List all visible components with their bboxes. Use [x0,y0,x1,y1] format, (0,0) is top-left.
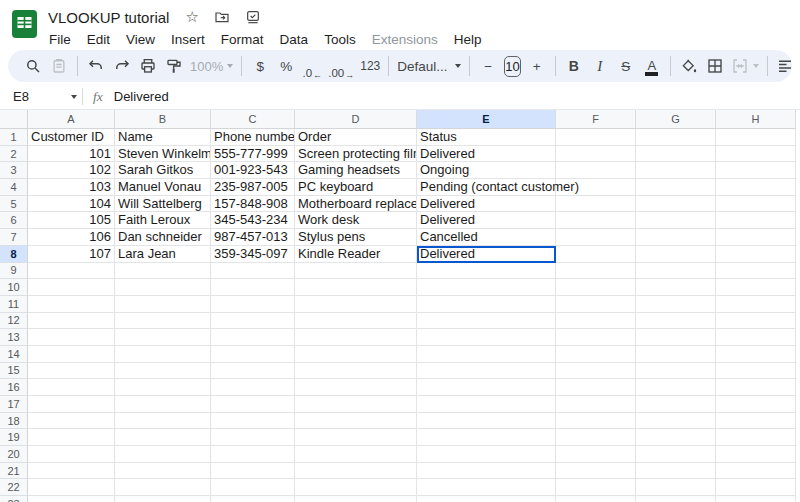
italic-button[interactable]: I [587,53,613,79]
document-title[interactable]: VLOOKUP tutorial [48,9,169,26]
zoom-select[interactable]: 100% [187,53,236,79]
cell-h7[interactable] [716,229,796,246]
cell-a17[interactable] [28,396,115,413]
cell-f8[interactable] [556,246,636,263]
cell-e23[interactable] [417,496,556,502]
row-header-5[interactable]: 5 [0,196,28,213]
cell-g3[interactable] [636,162,716,179]
cell-g13[interactable] [636,329,716,346]
sheets-logo-icon[interactable] [11,9,38,39]
cell-a13[interactable] [28,329,115,346]
row-header-13[interactable]: 13 [0,329,28,346]
cell-a12[interactable] [28,313,115,330]
document-status-icon[interactable] [245,9,261,25]
cell-h10[interactable] [716,279,796,296]
menu-item-format[interactable]: Format [213,30,272,49]
column-header-b[interactable]: B [115,110,211,129]
cell-a7[interactable]: 106 [28,229,115,246]
cell-b12[interactable] [115,313,211,330]
cell-e8[interactable]: Delivered [417,246,556,263]
cell-h14[interactable] [716,346,796,363]
cell-f2[interactable] [556,146,636,163]
cell-d13[interactable] [295,329,417,346]
menu-item-file[interactable]: File [41,30,79,49]
cell-f9[interactable] [556,263,636,280]
cell-g11[interactable] [636,296,716,313]
cell-a20[interactable] [28,446,115,463]
print-icon[interactable] [135,53,161,79]
cell-b1[interactable]: Name [115,129,211,146]
cell-a15[interactable] [28,363,115,380]
cell-d18[interactable] [295,413,417,430]
cell-c1[interactable]: Phone number [211,129,295,146]
cell-b20[interactable] [115,446,211,463]
cell-c15[interactable] [211,363,295,380]
decrease-decimal-button[interactable]: .0← [299,53,325,79]
cell-c20[interactable] [211,446,295,463]
cell-d15[interactable] [295,363,417,380]
cell-a1[interactable]: Customer ID [28,129,115,146]
cell-e22[interactable] [417,479,556,496]
cell-f13[interactable] [556,329,636,346]
cell-c21[interactable] [211,463,295,480]
cell-d21[interactable] [295,463,417,480]
cell-g23[interactable] [636,496,716,502]
cell-g14[interactable] [636,346,716,363]
column-header-d[interactable]: D [295,110,417,129]
name-box-caret-icon[interactable] [71,95,77,99]
cell-e16[interactable] [417,379,556,396]
cell-b23[interactable] [115,496,211,502]
cell-b4[interactable]: Manuel Vonau [115,179,211,196]
row-header-16[interactable]: 16 [0,379,28,396]
cell-g4[interactable] [636,179,716,196]
cell-e6[interactable]: Delivered [417,212,556,229]
cell-a21[interactable] [28,463,115,480]
cell-c17[interactable] [211,396,295,413]
cell-a14[interactable] [28,346,115,363]
cell-c13[interactable] [211,329,295,346]
cell-g19[interactable] [636,429,716,446]
menu-item-edit[interactable]: Edit [79,30,118,49]
name-box[interactable]: E8 [0,84,79,109]
cell-d1[interactable]: Order [295,129,417,146]
cell-g16[interactable] [636,379,716,396]
text-color-button[interactable]: A [639,53,665,79]
horizontal-align-button[interactable] [773,53,792,79]
cell-f19[interactable] [556,429,636,446]
row-header-23[interactable]: 23 [0,496,28,502]
cell-f12[interactable] [556,313,636,330]
cell-h23[interactable] [716,496,796,502]
row-header-3[interactable]: 3 [0,162,28,179]
cell-e1[interactable]: Status [417,129,556,146]
cell-e15[interactable] [417,363,556,380]
cell-g5[interactable] [636,196,716,213]
cell-e18[interactable] [417,413,556,430]
star-icon[interactable]: ☆ [185,9,198,25]
cell-h17[interactable] [716,396,796,413]
cell-a2[interactable]: 101 [28,146,115,163]
cell-c7[interactable]: 987-457-013 [211,229,295,246]
cell-b13[interactable] [115,329,211,346]
cell-b5[interactable]: Will Sattelberg [115,196,211,213]
cell-b19[interactable] [115,429,211,446]
cell-b10[interactable] [115,279,211,296]
cell-f14[interactable] [556,346,636,363]
row-header-10[interactable]: 10 [0,279,28,296]
cell-e11[interactable] [417,296,556,313]
cell-h18[interactable] [716,413,796,430]
cell-c22[interactable] [211,479,295,496]
row-header-14[interactable]: 14 [0,346,28,363]
cell-a22[interactable] [28,479,115,496]
cell-h6[interactable] [716,212,796,229]
menu-item-view[interactable]: View [118,30,163,49]
cell-e2[interactable]: Delivered [417,146,556,163]
cell-a10[interactable] [28,279,115,296]
cell-f10[interactable] [556,279,636,296]
row-header-6[interactable]: 6 [0,212,28,229]
menu-item-insert[interactable]: Insert [163,30,213,49]
menu-item-extensions[interactable]: Extensions [364,30,446,49]
cell-c8[interactable]: 359-345-097 [211,246,295,263]
cell-g8[interactable] [636,246,716,263]
row-header-18[interactable]: 18 [0,413,28,430]
cell-g7[interactable] [636,229,716,246]
